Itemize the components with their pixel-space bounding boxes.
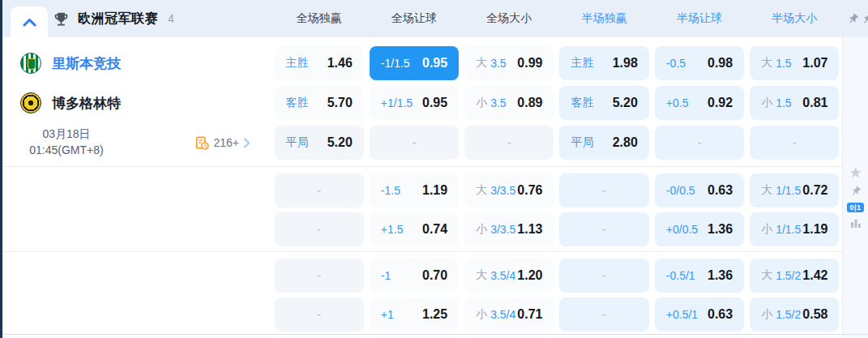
odds-cell[interactable]: +0.50.92 [655,86,744,120]
pin-icon[interactable] [847,13,859,25]
column-header-half[interactable]: 半场独赢 [557,0,652,37]
live-score-badge[interactable]: 0|1 [847,203,863,212]
odds-group-grid: --1.51.19大3/3.50.76--0/0.50.63大1/1.50.72… [272,167,842,251]
odds-group-grid: 主胜1.46-1/1.50.95大3.50.99主胜1.98-0.50.98大1… [272,37,842,166]
odds-cell[interactable]: +1/1.50.95 [370,86,459,120]
odds-cell[interactable]: -1.51.19 [370,173,459,208]
odds-cell[interactable]: 小1.50.81 [750,86,839,120]
markets-list-icon [195,136,209,150]
kickoff-date: 03月18日 [17,126,116,143]
odds-cell[interactable]: 大1.51.07 [750,46,839,80]
odds-value: 0.99 [517,56,542,71]
odds-cell[interactable]: 主胜1.98 [559,46,648,80]
odds-cell[interactable]: 小3.50.89 [464,86,554,120]
over-under-direction: 小 [476,96,487,110]
odds-cell[interactable]: 大1.5/21.42 [750,259,839,293]
over-under-direction: 小 [761,96,772,110]
odds-cell-slot: - [557,173,652,208]
odds-cell[interactable]: 主胜1.46 [275,46,364,80]
odds-group-alt1: --1.51.19大3/3.50.76--0/0.50.63大1/1.50.72… [2,166,842,251]
odds-group-main: 里斯本竞技 博多格林特 03月18日 01:45(GMT+8) 2 [2,37,842,166]
odds-cell[interactable]: 小3/3.51.13 [464,212,554,246]
odds-cell[interactable]: +0.5/10.63 [655,297,744,332]
market-line: 3.5 [490,96,506,109]
odds-cell-slot: 小3/3.51.13 [462,212,557,246]
market-line: 1.5 [776,96,791,109]
pin-icon[interactable] [862,13,868,25]
odds-cell-slot: 大3.50.99 [462,46,557,80]
odds-group-alt2: --10.70大3.5/41.20--0.5/11.36大1.5/21.42-+… [2,251,842,338]
odds-cell[interactable]: +11.25 [370,297,459,332]
odds-value: 0.98 [708,56,733,71]
market-line: +1.5 [381,223,404,236]
kickoff-time: 03月18日 01:45(GMT+8) [17,126,116,158]
odds-cell[interactable]: 平局5.20 [275,126,364,160]
odds-value: 1.19 [802,222,827,237]
odds-cell[interactable]: +1.50.74 [370,212,459,246]
bar-chart-icon[interactable] [850,218,862,229]
market-label: 大1.5 [761,56,791,71]
home-team-name: 里斯本竞技 [52,54,121,73]
odds-group-grid: --10.70大3.5/41.20--0.5/11.36大1.5/21.42-+… [272,252,842,338]
odds-cell[interactable]: -0.5/11.36 [655,259,744,293]
market-line: -1.5 [381,184,400,197]
odds-cell[interactable]: 客胜5.70 [275,86,364,120]
odds-cell-empty: - [559,212,648,246]
odds-cell-slot: -0.5/11.36 [652,259,746,293]
odds-cell[interactable]: 小1.5/20.58 [750,297,839,332]
market-line: 主胜 [286,56,309,71]
market-label: 小1.5/2 [761,307,801,322]
over-under-direction: 大 [761,56,772,71]
market-line: 3.5/4 [490,269,515,282]
market-label: 小3/3.5 [476,222,515,237]
odds-value: 1.46 [327,56,353,71]
column-header-full[interactable]: 全场独赢 [272,0,366,37]
column-header-full[interactable]: 全场大小 [462,0,557,37]
odds-cell-slot: - [462,126,557,160]
market-label: -1 [381,269,391,282]
empty-odds-dash: - [317,308,321,321]
odds-cell[interactable]: 客胜5.20 [559,86,648,120]
odds-cell-slot: +0.5/10.63 [652,297,746,332]
odds-body: 里斯本竞技 博多格林特 03月18日 01:45(GMT+8) 2 [2,37,842,338]
column-header-half[interactable]: 半场让球 [652,0,746,37]
column-header-full[interactable]: 全场让球 [366,0,461,37]
more-markets-link[interactable]: 216+ [195,136,250,150]
odds-cell[interactable]: 平局2.80 [559,126,648,160]
odds-value: 1.42 [802,268,827,283]
market-label: 大1/1.5 [761,183,801,198]
odds-cell[interactable]: -0.50.98 [655,46,744,80]
empty-info-column [2,167,272,251]
pin-icon[interactable] [850,186,862,197]
column-header-half[interactable]: 半场大小 [747,0,842,37]
odds-cell[interactable]: +0/0.51.36 [655,212,744,246]
side-tool-panel: ★ 0|1 [842,37,868,338]
odds-cell[interactable]: 大3.50.99 [464,46,554,80]
away-team-row[interactable]: 博多格林特 [2,86,272,120]
column-headers: 全场独赢全场让球全场大小半场独赢半场让球半场大小 [272,0,842,37]
odds-row: -+11.25小3.5/40.71-+0.5/10.63小1.5/20.58 [272,297,842,332]
odds-cell[interactable]: -10.70 [370,259,459,293]
odds-cell-slot: - [272,173,366,208]
chevron-right-icon [243,138,250,148]
market-label: -0.5 [666,57,686,70]
odds-value: 1.98 [613,56,638,71]
star-icon[interactable]: ★ [849,165,862,180]
odds-cell[interactable]: 大1/1.50.72 [750,173,839,208]
odds-cell[interactable]: 小1/1.51.19 [750,212,839,246]
market-label: +1/1.5 [381,96,413,109]
market-label: 小3.5 [476,96,506,110]
odds-cell[interactable]: 大3.5/41.20 [464,259,554,293]
odds-cell[interactable]: -1/1.50.95 [370,46,459,80]
collapse-button[interactable] [11,6,48,37]
empty-info-column [2,252,272,338]
odds-cell[interactable]: 大3/3.50.76 [464,173,554,208]
odds-cell[interactable]: -0/0.50.63 [655,173,744,208]
market-label: 大3.5/4 [476,268,515,283]
odds-cell-slot: 主胜1.98 [557,46,652,80]
odds-cell-slot: - [272,297,366,332]
empty-odds-dash: - [602,223,606,236]
odds-cell[interactable]: 小3.5/40.71 [464,297,554,332]
home-team-row[interactable]: 里斯本竞技 [2,46,272,80]
league-header: 欧洲冠军联赛 4 全场独赢全场让球全场大小半场独赢半场让球半场大小 [2,0,868,37]
